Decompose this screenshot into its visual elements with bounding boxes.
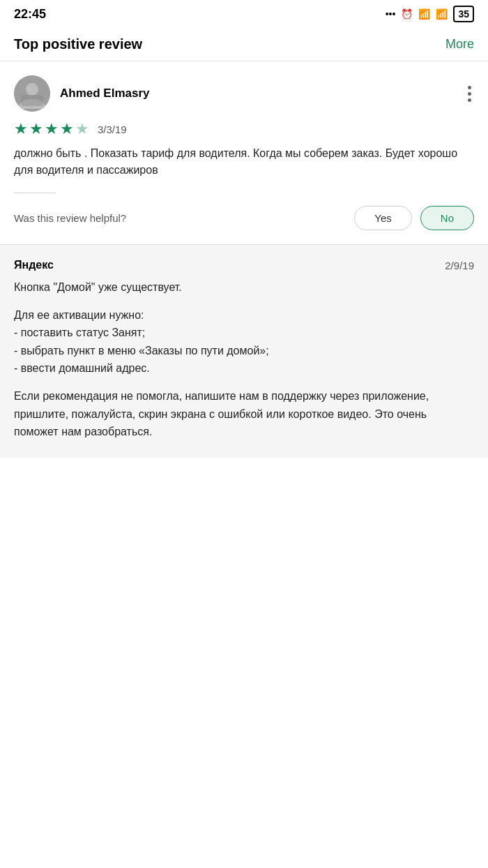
header: Top positive review More [0, 28, 488, 61]
avatar [14, 75, 50, 112]
helpful-label: Was this review helpful? [14, 212, 126, 224]
reviewer-row: Ahmed Elmasry [14, 75, 474, 112]
star-2: ★ [29, 120, 43, 138]
helpful-row: Was this review helpful? Yes No [14, 206, 474, 244]
review-card: Ahmed Elmasry ★ ★ ★ ★ ★ 3/3/19 должно бы… [0, 61, 488, 245]
response-header: Яндекс 2/9/19 [14, 259, 474, 271]
star-3: ★ [45, 120, 59, 138]
alarm-icon: ⏰ [401, 8, 413, 20]
helpful-buttons: Yes No [354, 206, 474, 230]
star-1: ★ [14, 120, 28, 138]
response-paragraph-3: Если рекомендация не помогла, напишите н… [14, 387, 474, 441]
more-options-button[interactable] [465, 83, 474, 105]
review-date: 3/3/19 [98, 124, 127, 135]
response-author: Яндекс [14, 259, 54, 271]
star-4: ★ [60, 120, 74, 138]
response-paragraph-2: Для ее активации нужно:- поставить стату… [14, 306, 474, 377]
page-title: Top positive review [14, 36, 142, 52]
signal-icon: 📶 [418, 8, 430, 20]
yes-button[interactable]: Yes [354, 206, 411, 230]
svg-rect-2 [21, 95, 43, 106]
response-date: 2/9/19 [445, 260, 474, 271]
no-button[interactable]: No [420, 206, 474, 230]
response-paragraph-1: Кнопка "Домой" уже существует. [14, 278, 474, 297]
stars-row: ★ ★ ★ ★ ★ 3/3/19 [14, 120, 474, 138]
rating-stars: ★ ★ ★ ★ ★ [14, 120, 89, 138]
svg-point-1 [26, 83, 38, 96]
status-time: 22:45 [14, 7, 46, 22]
review-text: должно быть . Показать тариф для водител… [14, 145, 474, 179]
wifi-icon: 📶 [436, 8, 448, 20]
star-5: ★ [75, 120, 89, 138]
dots-icon: ••• [386, 8, 396, 20]
status-icons: ••• ⏰ 📶 📶 35 [386, 6, 474, 22]
reviewer-name: Ahmed Elmasry [60, 87, 150, 100]
developer-response: Яндекс 2/9/19 Кнопка "Домой" уже существ… [0, 245, 488, 458]
more-button[interactable]: More [445, 37, 474, 52]
battery-level: 35 [453, 6, 474, 22]
status-bar: 22:45 ••• ⏰ 📶 📶 35 [0, 0, 488, 28]
reviewer-left: Ahmed Elmasry [14, 75, 150, 112]
divider [14, 193, 56, 193]
response-text: Кнопка "Домой" уже существует.Для ее акт… [14, 278, 474, 441]
